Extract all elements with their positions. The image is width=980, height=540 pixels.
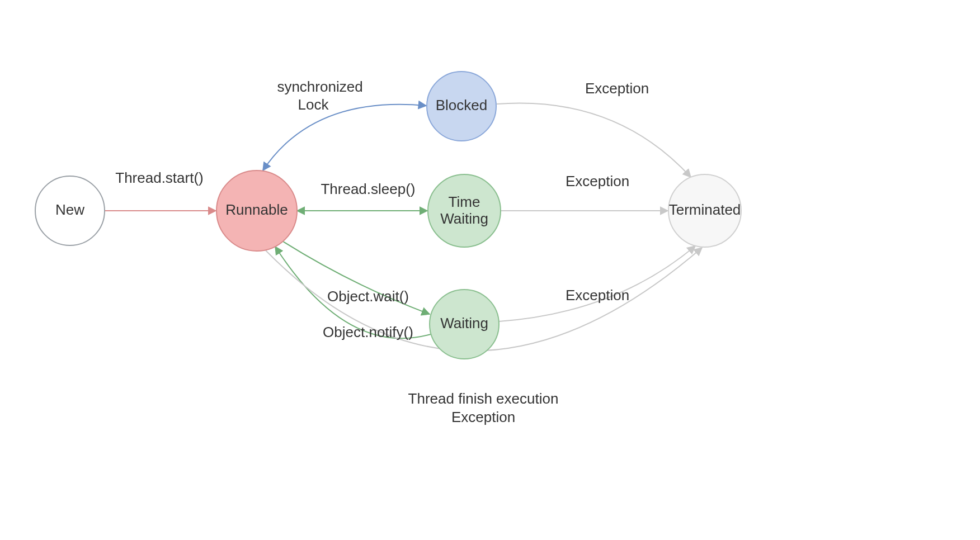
- node-blocked: Blocked: [427, 72, 496, 141]
- label-exc-blocked: Exception: [585, 80, 649, 97]
- label-finish-1: Thread finish execution: [408, 390, 559, 407]
- label-exc-waiting: Exception: [566, 287, 629, 304]
- label-finish-2: Exception: [451, 409, 515, 425]
- node-timewaiting: Time Waiting: [428, 174, 501, 247]
- edge-blocked-terminated: [497, 103, 691, 177]
- node-timewaiting-label-2: Waiting: [440, 210, 488, 227]
- node-new-label: New: [55, 201, 84, 218]
- node-timewaiting-label-1: Time: [449, 193, 480, 210]
- label-sync: synchronized: [277, 78, 362, 95]
- node-blocked-label: Blocked: [436, 97, 488, 113]
- label-thread-sleep: Thread.sleep(): [321, 181, 415, 197]
- thread-state-diagram: New Runnable Blocked Time Waiting Waitin…: [0, 0, 980, 540]
- edge-waiting-terminated: [499, 246, 695, 321]
- edge-runnable-blocked: [263, 105, 426, 170]
- node-waiting-label: Waiting: [440, 315, 488, 331]
- label-exc-timewait: Exception: [566, 173, 629, 190]
- node-terminated-label: Terminated: [669, 201, 741, 218]
- node-runnable-label: Runnable: [225, 201, 288, 218]
- node-waiting: Waiting: [430, 290, 499, 359]
- label-thread-start: Thread.start(): [115, 169, 204, 186]
- node-new: New: [35, 176, 105, 245]
- label-object-wait: Object.wait(): [327, 288, 409, 305]
- label-object-notify: Object.notify(): [323, 324, 413, 340]
- node-terminated: Terminated: [668, 174, 741, 247]
- label-lock: Lock: [298, 96, 329, 113]
- node-runnable: Runnable: [216, 170, 297, 251]
